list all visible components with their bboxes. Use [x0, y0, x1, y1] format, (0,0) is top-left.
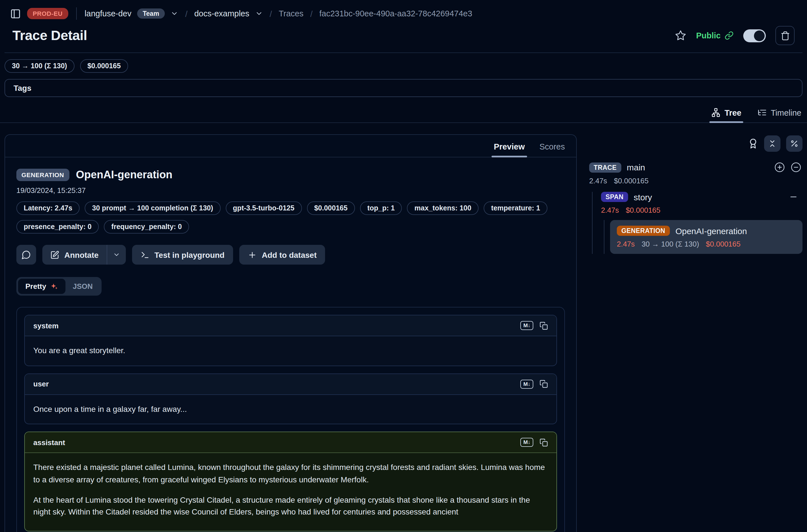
view-tabs: Tree Timeline [0, 108, 807, 123]
add-to-dataset-button[interactable]: Add to dataset [239, 245, 325, 265]
tab-tree-label: Tree [725, 108, 742, 117]
tab-tree[interactable]: Tree [711, 108, 742, 122]
page-header: Trace Detail Public [0, 25, 807, 53]
markdown-toggle-icon[interactable]: M↓ [521, 438, 533, 447]
trace-node-actions [774, 162, 801, 173]
annotate-dropdown-button[interactable] [107, 245, 126, 265]
edit-icon [50, 250, 59, 259]
header-actions: Public [675, 26, 794, 45]
dataset-label: Add to dataset [262, 250, 317, 259]
star-icon [675, 30, 687, 41]
tab-preview[interactable]: Preview [494, 142, 525, 157]
tags-label: Tags [14, 83, 31, 93]
public-link[interactable]: Public [696, 31, 734, 40]
observation-metadata-badges: Latency: 2.47s 30 prompt → 100 completio… [16, 202, 565, 215]
show-percentages-button[interactable] [786, 135, 803, 152]
messages-card: system M↓ You are a great storyteller. [16, 307, 565, 532]
trace-latency: 2.47s [589, 177, 607, 185]
trace-cost: $0.000165 [614, 177, 649, 185]
copy-icon [540, 321, 548, 330]
public-label: Public [696, 31, 721, 40]
annotate-button[interactable]: Annotate [42, 245, 106, 265]
message-tools: M↓ [521, 438, 548, 447]
comment-button[interactable] [16, 245, 36, 265]
markdown-toggle-icon[interactable]: M↓ [521, 321, 533, 330]
observation-detail-body: GENERATION OpenAI-generation 19/03/2024,… [5, 157, 576, 532]
trace-detail-page: PROD-EU langfuse-dev Team / docs-example… [0, 0, 807, 532]
collapse-node-button[interactable] [791, 162, 801, 173]
markdown-toggle-icon[interactable]: M↓ [521, 379, 533, 388]
project-switcher-button[interactable] [255, 10, 263, 18]
breadcrumb-project[interactable]: docs-examples [194, 9, 249, 18]
observation-metadata-badges-2: presence_penalty: 0 frequency_penalty: 0 [16, 220, 565, 233]
plus-circle-icon [774, 162, 785, 173]
json-view-toggle[interactable]: JSON [65, 279, 100, 294]
assistant-paragraph: There existed a majestic planet called L… [33, 462, 548, 486]
generation-latency: 2.47s [617, 240, 635, 248]
tree-node-trace[interactable]: TRACE main [589, 162, 803, 173]
test-in-playground-button[interactable]: Test in playground [132, 245, 233, 265]
public-toggle[interactable] [743, 29, 766, 42]
content-area: Preview Scores GENERATION OpenAI-generat… [0, 123, 807, 532]
org-type-badge: Team [137, 8, 165, 19]
chevron-down-icon [255, 10, 263, 18]
copy-button[interactable] [540, 321, 548, 330]
message-header: user M↓ [25, 374, 557, 395]
sparkles-icon [50, 282, 58, 290]
frequency-penalty-badge: frequency_penalty: 0 [104, 220, 189, 233]
breadcrumb-org[interactable]: langfuse-dev [85, 9, 131, 18]
max-tokens-badge: max_tokens: 100 [407, 202, 479, 215]
tab-scores[interactable]: Scores [540, 142, 565, 157]
collapse-all-button[interactable] [764, 135, 781, 152]
pretty-label: Pretty [25, 282, 46, 290]
observation-name: OpenAI-generation [76, 169, 172, 181]
message-header: assistant M↓ [25, 433, 557, 453]
token-usage-badge: 30 prompt → 100 completion (Σ 130) [85, 202, 220, 215]
span-latency: 2.47s [601, 206, 619, 215]
expand-all-button[interactable] [774, 162, 785, 173]
tree-node-generation-selected[interactable]: GENERATION OpenAI-generation 2.47s 30 → … [610, 220, 803, 254]
pretty-view-toggle[interactable]: Pretty [18, 279, 65, 294]
panel-tabs: Preview Scores [5, 135, 576, 157]
presence-penalty-badge: presence_penalty: 0 [16, 220, 99, 233]
trace-type-badge: TRACE [589, 162, 621, 172]
collapse-span-button[interactable] [789, 193, 798, 202]
span-children: GENERATION OpenAI-generation 2.47s 30 → … [604, 220, 803, 254]
chevron-down-icon [170, 10, 178, 18]
breadcrumb-section-traces[interactable]: Traces [279, 9, 304, 18]
generation-cost: $0.000165 [706, 240, 741, 248]
playground-label: Test in playground [154, 250, 224, 259]
panel-left-icon [10, 8, 21, 19]
annotate-label: Annotate [64, 250, 98, 259]
tree-icon [711, 108, 721, 117]
temperature-badge: temperature: 1 [484, 202, 547, 215]
message-content: Once upon a time in a galaxy far, far aw… [25, 395, 557, 424]
sidebar-toggle-button[interactable] [9, 7, 21, 20]
scores-award-button[interactable] [748, 138, 758, 149]
tree-node-span[interactable]: SPAN story [601, 192, 803, 202]
bookmark-trace-button[interactable] [675, 30, 687, 41]
observation-type-badge: GENERATION [16, 169, 69, 181]
span-cost: $0.000165 [626, 206, 660, 215]
tab-timeline[interactable]: Timeline [757, 108, 801, 122]
copy-button[interactable] [540, 380, 548, 388]
latency-badge: Latency: 2.47s [16, 202, 79, 215]
breadcrumb-separator-line [76, 7, 77, 20]
delete-trace-button[interactable] [775, 26, 794, 45]
award-icon [748, 138, 758, 149]
org-switcher-button[interactable] [170, 10, 178, 18]
chevron-down-icon [113, 251, 120, 259]
message-role: user [33, 380, 49, 388]
assistant-paragraph: At the heart of Lumina stood the towerin… [33, 494, 548, 519]
format-toggle: Pretty JSON [16, 277, 102, 296]
percent-icon [790, 139, 799, 148]
plus-icon [248, 250, 257, 259]
tags-section[interactable]: Tags [4, 79, 803, 97]
trace-summary: 30 → 100 (Σ 130) $0.000165 [0, 53, 807, 75]
model-badge: gpt-3.5-turbo-0125 [225, 202, 302, 215]
copy-button[interactable] [540, 438, 548, 447]
terminal-icon [140, 250, 149, 259]
observation-detail-panel: Preview Scores GENERATION OpenAI-generat… [4, 134, 577, 532]
copy-icon [540, 380, 548, 388]
message-header: system M↓ [25, 315, 557, 336]
